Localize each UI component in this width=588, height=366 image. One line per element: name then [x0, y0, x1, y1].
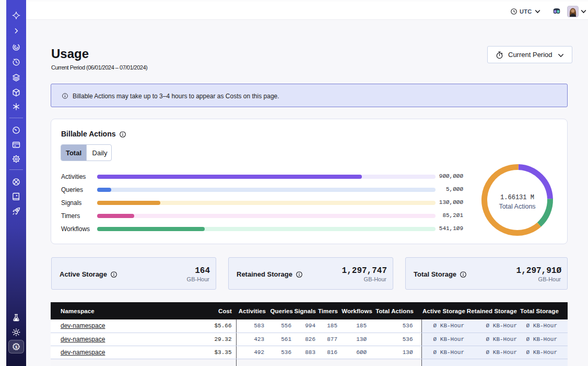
svg-text:$: $	[15, 345, 18, 349]
